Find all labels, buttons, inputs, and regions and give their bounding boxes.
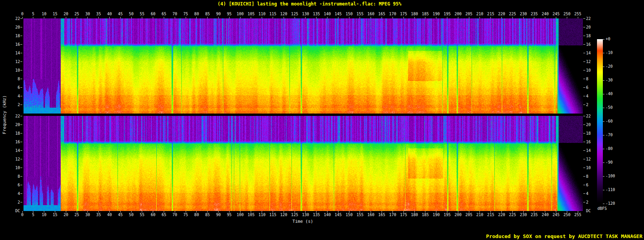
time-tick-label: 255 — [574, 213, 581, 217]
time-tick-mark — [196, 211, 197, 213]
freq-tick-mark — [583, 96, 585, 96]
time-tick-mark — [360, 211, 360, 213]
spectrogram-right-channel — [22, 116, 583, 211]
time-tick-mark — [305, 211, 306, 213]
time-tick-mark — [284, 211, 284, 213]
freq-tick-label: 18 — [15, 132, 20, 135]
time-tick-label: 135 — [313, 12, 320, 16]
freq-tick-mark — [20, 150, 22, 151]
time-tick-label: 60 — [151, 12, 156, 16]
legend-tick-label: -20 — [606, 65, 613, 69]
time-tick-mark — [393, 211, 393, 213]
time-tick-mark — [77, 211, 77, 213]
freq-tick-mark — [583, 44, 585, 45]
time-tick-label: 65 — [161, 12, 166, 16]
time-tick-label: 45 — [118, 12, 123, 16]
freq-tick-label: 8 — [18, 77, 20, 81]
time-tick-mark — [316, 211, 317, 213]
freq-tick-mark — [20, 168, 22, 168]
legend-colorbar — [597, 39, 603, 204]
time-tick-mark — [295, 211, 295, 213]
time-tick-label: 40 — [107, 213, 112, 217]
time-tick-label: 150 — [346, 12, 353, 16]
legend-tick-label: -110 — [606, 188, 615, 192]
freq-tick-label: 22 — [15, 17, 20, 21]
time-tick-mark — [153, 211, 153, 213]
legend-tick-label: -60 — [606, 119, 613, 123]
time-tick-label: 55 — [140, 213, 145, 217]
time-tick-label: 145 — [335, 12, 342, 16]
freq-tick-mark — [583, 27, 585, 27]
time-tick-label: 60 — [151, 213, 156, 217]
freq-tick-mark — [583, 87, 585, 88]
time-tick-label: 205 — [465, 213, 472, 217]
time-tick-mark — [578, 211, 578, 213]
time-tick-mark — [44, 211, 44, 213]
time-tick-label: 50 — [129, 12, 134, 16]
time-tick-label: 55 — [140, 12, 145, 16]
time-tick-mark — [338, 211, 338, 213]
freq-tick-label: 4 — [18, 94, 20, 98]
time-tick-mark — [229, 211, 230, 213]
time-tick-label: 50 — [129, 213, 134, 217]
time-tick-label: 200 — [454, 12, 461, 16]
time-tick-label: 15 — [52, 12, 57, 16]
time-tick-mark — [87, 211, 88, 213]
time-tick-mark — [251, 211, 251, 213]
time-tick-mark — [55, 211, 55, 213]
freq-tick-mark — [20, 27, 22, 27]
time-tick-label: 235 — [531, 12, 538, 16]
time-tick-label: 220 — [498, 213, 505, 217]
time-tick-mark — [458, 211, 458, 213]
time-tick-mark — [479, 211, 480, 213]
freq-tick-mark — [583, 193, 585, 194]
time-tick-label: 190 — [433, 213, 440, 217]
y-axis-title: Frequency (kHz) — [2, 95, 7, 134]
time-tick-mark — [512, 211, 513, 213]
legend-tick-label: -30 — [606, 78, 613, 82]
time-tick-label: 205 — [465, 12, 472, 16]
legend-tick-label: -40 — [606, 92, 613, 96]
freq-tick-label: 8 — [586, 175, 588, 179]
legend-tick-mark — [603, 162, 604, 163]
legend-tick-mark — [603, 80, 604, 81]
freq-tick-label: 16 — [15, 140, 20, 144]
time-tick-label: 180 — [411, 12, 418, 16]
time-tick-label: 85 — [205, 213, 210, 217]
freq-tick-mark — [20, 142, 22, 142]
time-tick-label: 95 — [227, 12, 232, 16]
time-tick-label: 220 — [498, 12, 505, 16]
time-tick-mark — [469, 211, 469, 213]
freq-tick-mark — [20, 70, 22, 70]
legend-tick-mark — [603, 108, 604, 108]
time-tick-label: 10 — [42, 213, 47, 217]
time-tick-label: 230 — [520, 12, 527, 16]
time-tick-mark — [523, 211, 524, 213]
time-tick-label: 230 — [520, 213, 527, 217]
freq-tick-mark — [20, 96, 22, 96]
time-tick-label: 185 — [422, 12, 429, 16]
freq-tick-mark — [20, 36, 22, 36]
time-tick-label: 5 — [32, 213, 34, 217]
time-tick-mark — [164, 211, 164, 213]
time-tick-mark — [207, 211, 208, 213]
time-tick-label: 85 — [205, 12, 210, 16]
freq-tick-label: 22 — [15, 114, 20, 118]
time-tick-label: 165 — [378, 12, 385, 16]
time-tick-label: 0 — [21, 213, 24, 217]
x-axis-title: Time (s) — [293, 219, 313, 224]
time-tick-label: 90 — [216, 12, 221, 16]
legend-tick-mark — [603, 190, 604, 190]
time-tick-mark — [186, 211, 186, 213]
freq-tick-label: 10 — [586, 166, 591, 170]
freq-tick-mark — [583, 116, 585, 116]
time-tick-label: 65 — [161, 213, 166, 217]
freq-tick-label: 12 — [586, 60, 591, 64]
time-tick-mark — [501, 211, 502, 213]
time-tick-label: 95 — [227, 213, 232, 217]
freq-tick-mark — [583, 79, 585, 79]
time-tick-label: 20 — [63, 12, 68, 16]
time-tick-label: 0 — [21, 12, 24, 16]
legend-tick-label: -70 — [606, 133, 613, 137]
time-tick-label: 145 — [335, 213, 342, 217]
